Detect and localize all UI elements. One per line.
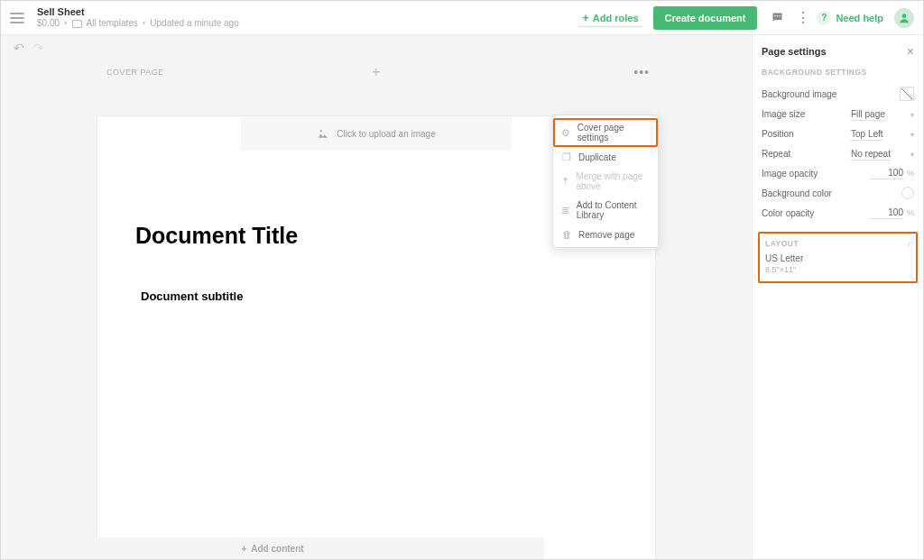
upload-image-box[interactable]: Click to upload an image — [241, 116, 512, 151]
document-title[interactable]: Sell Sheet — [37, 6, 239, 18]
copy-icon: ❐ — [561, 151, 572, 162]
menu-add-to-library[interactable]: ≣ Add to Content Library — [553, 196, 658, 225]
menu-remove-page[interactable]: 🗑 Remove page — [553, 225, 658, 244]
topbar: Sell Sheet $0.00 • All templates • Updat… — [1, 1, 923, 35]
help-button[interactable]: ? Need help — [817, 11, 883, 25]
color-opacity-label: Color opacity — [762, 208, 814, 218]
updated-label: Updated a minute ago — [150, 18, 238, 29]
page-settings-sidebar: Page settings × BACKGROUND SETTINGS Back… — [752, 35, 923, 559]
bg-section-label: BACKGROUND SETTINGS — [762, 68, 914, 77]
svg-rect-1 — [777, 15, 778, 16]
tab-cover-page[interactable]: COVER PAGE — [106, 68, 164, 77]
image-opacity-label: Image opacity — [762, 169, 818, 179]
page-more-icon[interactable]: ••• — [633, 65, 650, 79]
create-document-button[interactable]: Create document — [653, 6, 758, 30]
trash-icon: 🗑 — [561, 229, 572, 240]
position-select[interactable]: Top Left — [851, 128, 883, 141]
canvas-area: ↶ ↷ COVER PAGE + ••• Click to upload an … — [1, 35, 752, 559]
repeat-select[interactable]: No repeat — [851, 148, 891, 161]
layout-dimensions: 8.5"×11" — [765, 265, 910, 274]
svg-rect-0 — [774, 15, 775, 16]
layout-section[interactable]: LAYOUT US Letter 8.5"×11" › — [758, 232, 918, 283]
position-label: Position — [762, 129, 794, 139]
sidebar-title: Page settings — [762, 46, 827, 57]
breadcrumb[interactable]: All templates — [87, 18, 138, 29]
layout-section-label: LAYOUT — [765, 239, 910, 248]
document-subtitle[interactable]: Document subtitle — [141, 289, 655, 303]
bg-color-swatch[interactable] — [901, 187, 914, 199]
merge-icon: ⇡ — [561, 176, 569, 187]
menu-cover-page-settings[interactable]: ⚙ Cover page settings — [553, 118, 658, 147]
bg-color-label: Background color — [762, 188, 832, 198]
page-context-menu: ⚙ Cover page settings ❐ Duplicate ⇡ Merg… — [552, 115, 659, 248]
redo-icon[interactable]: ↷ — [33, 41, 44, 55]
add-roles-button[interactable]: + Add roles — [578, 9, 642, 27]
gear-icon: ⚙ — [561, 127, 571, 138]
bg-image-swatch[interactable] — [900, 87, 914, 101]
kebab-menu-icon[interactable]: ⋮ — [797, 7, 809, 29]
document-meta: Sell Sheet $0.00 • All templates • Updat… — [37, 6, 239, 28]
undo-icon[interactable]: ↶ — [14, 41, 24, 55]
svg-point-4 — [320, 130, 322, 132]
plus-icon: + — [241, 544, 246, 554]
close-icon[interactable]: × — [907, 44, 914, 59]
document-price: $0.00 — [37, 18, 60, 29]
layout-name: US Letter — [765, 253, 910, 263]
folder-icon — [72, 20, 82, 28]
avatar[interactable] — [894, 8, 914, 28]
chat-icon[interactable] — [766, 7, 788, 29]
bg-image-label: Background image — [762, 89, 836, 99]
image-size-select[interactable]: Fill page — [851, 108, 885, 121]
repeat-label: Repeat — [762, 149, 790, 159]
svg-point-3 — [902, 14, 907, 18]
svg-rect-2 — [779, 15, 780, 16]
menu-duplicate[interactable]: ❐ Duplicate — [553, 147, 658, 167]
menu-icon[interactable] — [10, 13, 24, 23]
page-tabs: COVER PAGE + ••• — [97, 60, 655, 84]
image-size-label: Image size — [762, 109, 805, 119]
question-icon: ? — [817, 11, 831, 25]
percent-label: % — [907, 208, 914, 217]
color-opacity-input[interactable] — [869, 207, 903, 219]
add-page-icon[interactable]: + — [372, 64, 380, 80]
image-icon — [317, 128, 329, 139]
add-content-button[interactable]: + Add content — [1, 537, 544, 559]
image-opacity-input[interactable] — [869, 167, 903, 179]
percent-label: % — [907, 169, 914, 178]
menu-merge-above: ⇡ Merge with page above — [553, 167, 658, 196]
chevron-right-icon: › — [908, 239, 910, 249]
library-icon: ≣ — [561, 205, 570, 216]
